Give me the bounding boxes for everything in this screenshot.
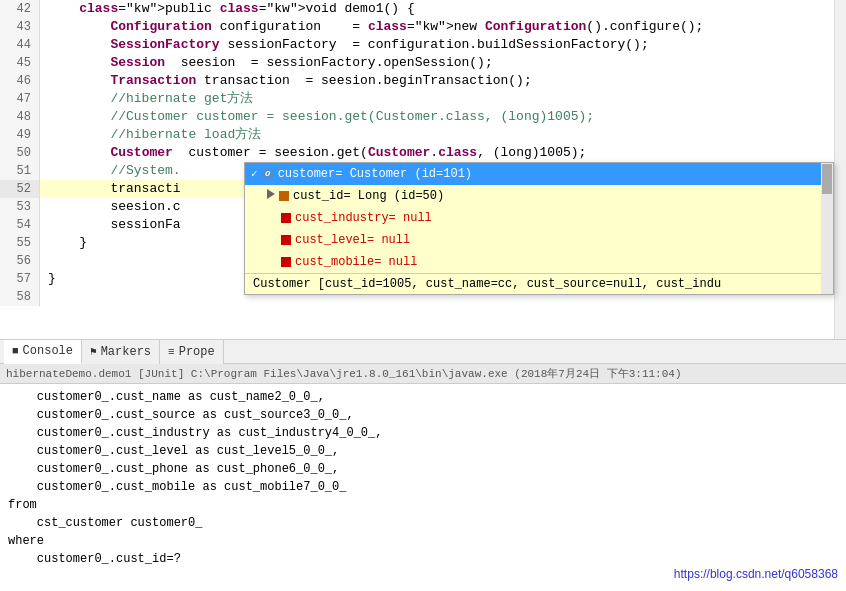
line-number: 49 xyxy=(0,126,40,144)
line-number: 54 xyxy=(0,216,40,234)
popup-item-text: customer= Customer (id=101) xyxy=(278,165,472,183)
line-number: 55 xyxy=(0,234,40,252)
line-content: Transaction transaction = seesion.beginT… xyxy=(40,72,846,90)
console-line: customer0_.cust_id=? xyxy=(8,550,838,568)
console-icon: ■ xyxy=(12,345,19,357)
console-line: cst_customer customer0_ xyxy=(8,514,838,532)
line-number: 47 xyxy=(0,90,40,108)
editor-scrollbar[interactable] xyxy=(834,0,846,339)
code-line: 46 Transaction transaction = seesion.beg… xyxy=(0,72,846,90)
line-content: Customer customer = seesion.get(Customer… xyxy=(40,144,846,162)
code-line: 43 Configuration configuration = class="… xyxy=(0,18,846,36)
line-content: SessionFactory sessionFactory = configur… xyxy=(40,36,846,54)
console-area: hibernateDemo.demo1 [JUnit] C:\Program F… xyxy=(0,364,846,589)
watermark: https://blog.csdn.net/q6058368 xyxy=(674,567,838,581)
console-line: customer0_.cust_level as cust_level5_0_0… xyxy=(8,442,838,460)
line-number: 57 xyxy=(0,270,40,288)
console-line: customer0_.cust_mobile as cust_mobile7_0… xyxy=(8,478,838,496)
line-content: Configuration configuration = class="kw"… xyxy=(40,18,846,36)
code-line: 44 SessionFactory sessionFactory = confi… xyxy=(0,36,846,54)
popup-row-0[interactable]: ✓ o customer= Customer (id=101) xyxy=(245,163,833,185)
markers-icon: ⚑ xyxy=(90,345,97,358)
popup-item-text-4: cust_mobile= null xyxy=(295,253,417,271)
tab-markers-label: Markers xyxy=(101,345,151,359)
console-content: customer0_.cust_name as cust_name2_0_0_,… xyxy=(0,384,846,572)
console-line: customer0_.cust_phone as cust_phone6_0_0… xyxy=(8,460,838,478)
line-number: 43 xyxy=(0,18,40,36)
square-icon-4 xyxy=(281,257,291,267)
line-number: 50 xyxy=(0,144,40,162)
popup-item-text-1: cust_id= Long (id=50) xyxy=(293,187,444,205)
tabs-bar: ■ Console ⚑ Markers ≡ Prope xyxy=(0,340,846,364)
line-number: 53 xyxy=(0,198,40,216)
circle-icon: o xyxy=(262,168,274,180)
popup-item-text-2: cust_industry= null xyxy=(295,209,432,227)
code-line: 42 class="kw">public class="kw">void dem… xyxy=(0,0,846,18)
line-number: 44 xyxy=(0,36,40,54)
line-number: 46 xyxy=(0,72,40,90)
console-line: customer0_.cust_name as cust_name2_0_0_, xyxy=(8,388,838,406)
code-line: 50 Customer customer = seesion.get(Custo… xyxy=(0,144,846,162)
popup-row-3[interactable]: cust_level= null xyxy=(245,229,833,251)
popup-row-2[interactable]: cust_industry= null xyxy=(245,207,833,229)
checkmark-icon: ✓ xyxy=(251,165,258,183)
tab-prope-label: Prope xyxy=(179,345,215,359)
tab-markers[interactable]: ⚑ Markers xyxy=(82,340,160,364)
popup-item-text-3: cust_level= null xyxy=(295,231,410,249)
tab-console[interactable]: ■ Console xyxy=(4,340,82,364)
square-icon-1 xyxy=(279,191,289,201)
line-number: 58 xyxy=(0,288,40,306)
line-content: class="kw">public class="kw">void demo1(… xyxy=(40,0,846,18)
line-number: 56 xyxy=(0,252,40,270)
line-content: //Customer customer = seesion.get(Custom… xyxy=(40,108,846,126)
square-icon-2 xyxy=(281,213,291,223)
autocomplete-popup[interactable]: ✓ o customer= Customer (id=101) cust_id=… xyxy=(244,162,834,295)
square-icon-3 xyxy=(281,235,291,245)
line-number: 48 xyxy=(0,108,40,126)
console-line: customer0_.cust_source as cust_source3_0… xyxy=(8,406,838,424)
line-number: 45 xyxy=(0,54,40,72)
line-content: Session seesion = sessionFactory.openSes… xyxy=(40,54,846,72)
code-line: 49 //hibernate load方法 xyxy=(0,126,846,144)
tab-console-label: Console xyxy=(23,344,73,358)
line-number: 52 xyxy=(0,180,40,198)
code-line: 48 //Customer customer = seesion.get(Cus… xyxy=(0,108,846,126)
popup-row-1[interactable]: cust_id= Long (id=50) xyxy=(245,185,833,207)
triangle-icon xyxy=(267,189,275,199)
line-content: //hibernate get方法 xyxy=(40,90,846,108)
popup-scrollbar[interactable] xyxy=(821,163,833,294)
popup-scrollbar-thumb[interactable] xyxy=(822,164,832,194)
console-line: from xyxy=(8,496,838,514)
prope-icon: ≡ xyxy=(168,346,175,358)
console-header: hibernateDemo.demo1 [JUnit] C:\Program F… xyxy=(0,364,846,384)
popup-bottom: Customer [cust_id=1005, cust_name=cc, cu… xyxy=(245,273,833,294)
console-line: where xyxy=(8,532,838,550)
editor-area: 42 class="kw">public class="kw">void dem… xyxy=(0,0,846,340)
console-line: customer0_.cust_industry as cust_industr… xyxy=(8,424,838,442)
code-line: 45 Session seesion = sessionFactory.open… xyxy=(0,54,846,72)
line-content: //hibernate load方法 xyxy=(40,126,846,144)
line-number: 42 xyxy=(0,0,40,18)
tab-prope[interactable]: ≡ Prope xyxy=(160,340,224,364)
popup-row-4[interactable]: cust_mobile= null xyxy=(245,251,833,273)
code-line: 47 //hibernate get方法 xyxy=(0,90,846,108)
line-number: 51 xyxy=(0,162,40,180)
